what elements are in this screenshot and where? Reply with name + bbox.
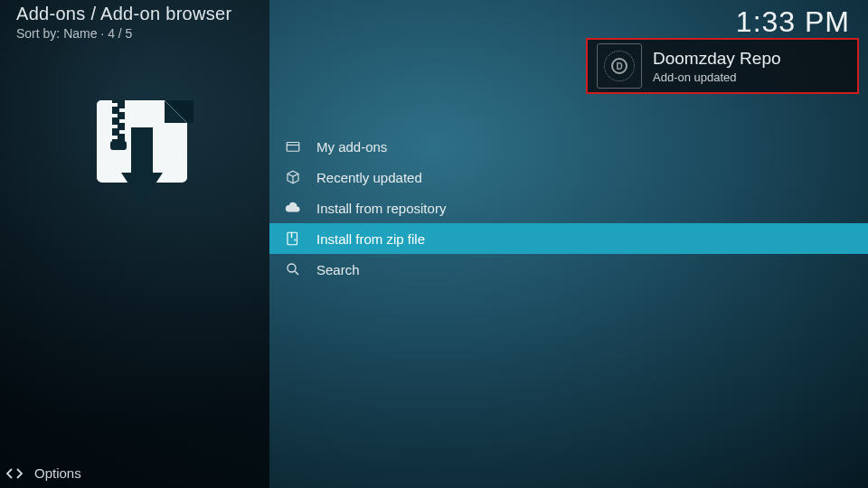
sidebar: Add-ons / Add-on browser Sort by: Name ·…	[0, 0, 269, 488]
package-icon	[282, 168, 304, 186]
notification-title: Doomzday Repo	[653, 49, 781, 69]
search-icon	[282, 260, 304, 278]
menu-item-label: Search	[316, 262, 360, 277]
notification-toast: D Doomzday Repo Add-on updated	[586, 38, 859, 94]
svg-rect-12	[119, 108, 127, 112]
svg-rect-13	[110, 114, 118, 117]
svg-rect-21	[287, 143, 299, 152]
header: Add-ons / Add-on browser Sort by: Name ·…	[16, 4, 231, 41]
svg-rect-23	[291, 232, 293, 238]
menu-item-install-zip[interactable]: Install from zip file	[269, 223, 868, 254]
svg-point-24	[288, 264, 296, 272]
install-zip-hero-icon	[74, 96, 196, 213]
menu-item-recently-updated[interactable]: Recently updated	[269, 162, 868, 192]
addon-menu: My add-ons Recently updated Install from…	[269, 131, 868, 285]
svg-rect-16	[119, 130, 127, 134]
svg-rect-15	[110, 125, 118, 128]
notification-icon: D	[597, 43, 642, 89]
menu-item-label: Install from repository	[316, 201, 446, 216]
notification-text: Doomzday Repo Add-on updated	[653, 49, 781, 84]
menu-item-install-repository[interactable]: Install from repository	[269, 192, 868, 223]
menu-item-label: Recently updated	[316, 170, 422, 185]
svg-rect-18	[110, 141, 127, 150]
menu-item-label: Install from zip file	[316, 231, 425, 247]
box-icon	[282, 137, 304, 155]
menu-item-my-addons[interactable]: My add-ons	[269, 131, 868, 162]
notification-message: Add-on updated	[653, 70, 781, 84]
svg-rect-14	[119, 119, 127, 123]
arrows-icon	[5, 467, 24, 480]
options-button[interactable]: Options	[5, 465, 81, 481]
zip-icon	[282, 230, 304, 248]
svg-rect-17	[110, 136, 118, 139]
clock: 1:33 PM	[736, 5, 850, 39]
menu-item-search[interactable]: Search	[269, 254, 868, 285]
sort-info: Sort by: Name · 4 / 5	[16, 26, 231, 41]
svg-rect-11	[110, 103, 118, 107]
options-label: Options	[34, 465, 81, 481]
breadcrumb-title: Add-ons / Add-on browser	[16, 4, 231, 24]
cloud-icon	[282, 199, 304, 217]
svg-rect-19	[131, 127, 153, 173]
menu-item-label: My add-ons	[316, 139, 387, 155]
